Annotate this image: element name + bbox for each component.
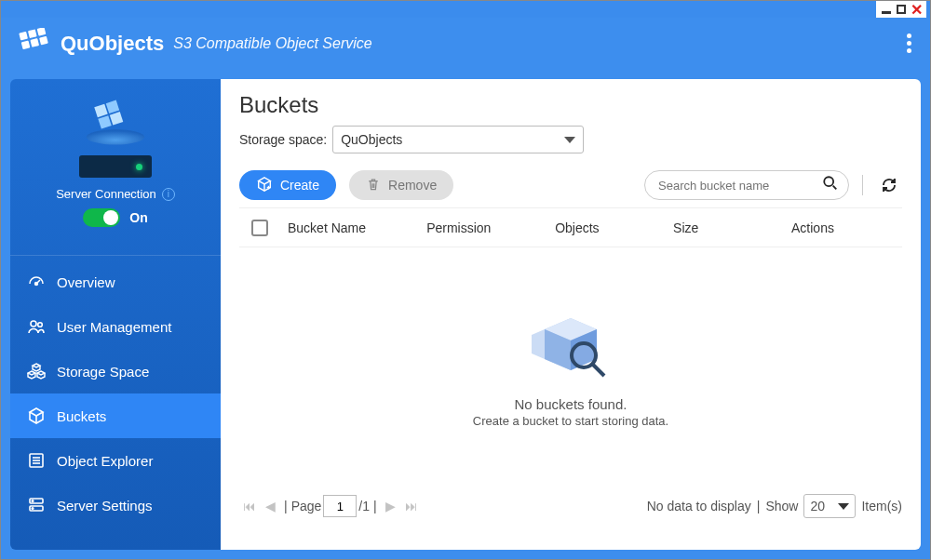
cube-icon (27, 407, 46, 425)
empty-state: No buckets found. Create a bucket to sta… (239, 247, 902, 489)
trash-icon (366, 177, 381, 194)
svg-rect-1 (28, 29, 37, 38)
boxes-icon (27, 362, 46, 380)
svg-line-29 (593, 365, 604, 376)
nav: Overview User Management Storage Space B… (10, 260, 221, 527)
no-data-label: No data to display (647, 499, 751, 513)
create-label: Create (280, 178, 319, 193)
divider (10, 255, 221, 256)
minimize-button[interactable] (880, 3, 893, 16)
server-connection-toggle[interactable] (83, 208, 120, 227)
storage-space-row: Storage space: QuObjects (239, 126, 902, 153)
svg-point-21 (32, 508, 34, 510)
page-label: Page (291, 499, 322, 513)
server-hero: Server Connection i On (10, 79, 221, 242)
page-total: /1 (358, 499, 370, 513)
svg-point-20 (32, 500, 34, 502)
app-logo-icon (18, 28, 51, 60)
gauge-icon (27, 273, 46, 291)
empty-secondary: Create a bucket to start storing data. (473, 414, 668, 428)
server-connection-label: Server Connection (56, 187, 156, 201)
svg-rect-3 (21, 41, 31, 50)
toolbar: Create Remove (239, 170, 902, 200)
prev-page-button: ◀ (262, 498, 278, 514)
page-size-select[interactable]: 20 (803, 494, 856, 518)
sidebar-item-label: Storage Space (57, 364, 149, 380)
column-bucket-name[interactable]: Bucket Name (280, 220, 419, 235)
app-title: QuObjects (61, 32, 164, 56)
sidebar-item-object-explorer[interactable]: Object Explorer (10, 438, 221, 483)
page-size-value: 20 (810, 499, 825, 513)
svg-point-26 (824, 177, 833, 186)
svg-point-12 (31, 321, 36, 327)
window-controls: ✕ (876, 1, 926, 18)
server-hero-icon (77, 92, 154, 159)
svg-rect-0 (19, 32, 28, 41)
sidebar-item-label: User Management (57, 319, 171, 335)
sidebar-item-label: Buckets (57, 408, 106, 424)
empty-box-search-icon (526, 309, 615, 383)
app-header: QuObjects S3 Compatible Object Service (1, 18, 930, 70)
search-input[interactable] (658, 179, 815, 193)
more-menu-button[interactable] (907, 31, 911, 56)
chevron-down-icon (838, 503, 849, 510)
divider (862, 175, 863, 195)
storage-space-select[interactable]: QuObjects (332, 126, 584, 153)
app-body: Server Connection i On Overview (1, 70, 930, 559)
select-all-checkbox[interactable] (251, 220, 268, 236)
list-icon (27, 451, 46, 470)
svg-rect-4 (30, 38, 39, 47)
sidebar-item-storage-space[interactable]: Storage Space (10, 349, 221, 393)
search-field[interactable] (644, 170, 849, 200)
sidebar-item-user-management[interactable]: User Management (10, 304, 221, 349)
svg-point-28 (572, 343, 596, 367)
buckets-table: Bucket Name Permission Objects Size Acti… (239, 207, 902, 489)
next-page-button: ▶ (383, 498, 399, 514)
info-icon[interactable]: i (162, 188, 175, 201)
show-label: Show (765, 499, 798, 513)
column-size[interactable]: Size (666, 220, 784, 235)
app-subtitle: S3 Compatible Object Service (173, 35, 371, 52)
device-icon (79, 155, 152, 178)
storage-space-value: QuObjects (341, 132, 402, 147)
remove-button: Remove (349, 170, 453, 200)
sidebar-item-label: Overview (57, 274, 115, 290)
svg-rect-10 (110, 112, 123, 125)
first-page-button: ⏮ (241, 498, 258, 514)
cube-plus-icon (256, 176, 273, 195)
create-button[interactable]: Create (239, 170, 336, 200)
svg-rect-2 (37, 28, 47, 36)
maximize-button[interactable] (895, 3, 908, 16)
server-icon (27, 496, 46, 514)
svg-rect-5 (39, 36, 48, 46)
column-permission[interactable]: Permission (419, 220, 547, 235)
column-actions: Actions (784, 220, 902, 235)
page-title: Buckets (239, 92, 902, 118)
sidebar-item-buckets[interactable]: Buckets (10, 393, 221, 438)
search-icon[interactable] (822, 175, 839, 195)
users-icon (27, 317, 46, 336)
pagination: ⏮ ◀ | Page /1 | ▶ ⏭ No data to display |… (239, 489, 902, 523)
sidebar-item-label: Object Explorer (57, 453, 153, 469)
app-shell: QuObjects S3 Compatible Object Service (1, 18, 930, 559)
server-connection-state: On (129, 210, 147, 225)
svg-rect-7 (94, 104, 107, 117)
svg-point-6 (87, 129, 144, 144)
sidebar-item-label: Server Settings (57, 498, 153, 513)
svg-rect-8 (106, 100, 119, 113)
table-header: Bucket Name Permission Objects Size Acti… (239, 208, 902, 247)
sidebar: Server Connection i On Overview (10, 79, 221, 550)
sidebar-item-overview[interactable]: Overview (10, 260, 221, 304)
svg-point-13 (38, 323, 43, 327)
storage-space-label: Storage space: (239, 132, 327, 147)
sidebar-item-server-settings[interactable]: Server Settings (10, 483, 221, 527)
empty-primary: No buckets found. (515, 396, 627, 412)
main-panel: Buckets Storage space: QuObjects Create (221, 79, 921, 550)
page-input[interactable] (323, 495, 357, 517)
refresh-button[interactable] (876, 172, 902, 198)
close-button[interactable]: ✕ (910, 3, 923, 16)
svg-rect-9 (98, 115, 111, 128)
last-page-button: ⏭ (403, 498, 420, 514)
svg-line-27 (833, 186, 837, 190)
column-objects[interactable]: Objects (547, 220, 666, 235)
